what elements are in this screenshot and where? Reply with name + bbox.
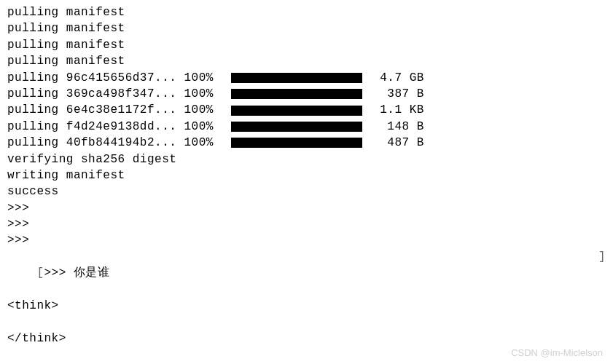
pull-size-value: 387 B [380,86,424,102]
repl-prompt-empty: >>> [7,232,606,248]
think-open-tag: <think> [7,298,606,314]
pull-prefix: pulling 6e4c38e1172f... 100% [7,102,228,118]
pull-prefix: pulling 96c415656d37... 100% [7,70,228,86]
pull-size [365,135,380,151]
pull-size-value: 487 B [380,135,424,151]
pull-size-value: 4.7 GB [380,70,424,86]
pull-size [365,119,380,135]
blank-line [7,314,606,330]
watermark-text: CSDN @im-Miclelson [511,347,603,360]
progress-bar-icon [231,73,362,83]
pull-progress-row: pulling 96c415656d37... 100% 4.7 GB [7,70,606,86]
pull-prefix: pulling 369ca498f347... 100% [7,86,228,102]
pull-manifest-line: pulling manifest [7,53,606,69]
pull-prefix: pulling 40fb844194b2... 100% [7,135,228,151]
progress-bar-icon [231,122,362,132]
progress-bar-icon [231,106,362,116]
pull-size [365,86,380,102]
pull-progress-row: pulling 369ca498f347... 100% 387 B [7,86,606,102]
left-bracket: [ [36,266,44,280]
progress-bar-icon [231,89,362,99]
right-bracket: ] [598,249,606,298]
pull-prefix: pulling f4d24e9138dd... 100% [7,119,228,135]
pull-progress-row: pulling 6e4c38e1172f... 100% 1.1 KB [7,102,606,118]
repl-prompt-prefix: >>> [44,266,74,280]
verifying-line: verifying sha256 digest [7,151,606,167]
pull-size-value: 1.1 KB [380,102,424,118]
pull-manifest-line: pulling manifest [7,4,606,20]
think-close-tag: </think> [7,331,606,347]
pull-manifest-line: pulling manifest [7,37,606,53]
pull-progress-row: pulling f4d24e9138dd... 100% 148 B [7,119,606,135]
pull-progress-row: pulling 40fb844194b2... 100% 487 B [7,135,606,151]
pull-size [365,102,380,118]
user-input-line: [>>> 你是谁 ] [7,249,606,298]
pull-size [365,70,380,86]
repl-prompt-empty: >>> [7,216,606,232]
writing-line: writing manifest [7,167,606,183]
pull-size-value: 148 B [380,119,424,135]
repl-prompt-empty: >>> [7,200,606,216]
user-question: 你是谁 [74,266,110,280]
pull-manifest-line: pulling manifest [7,20,606,36]
success-line: success [7,183,606,199]
progress-bar-icon [231,138,362,148]
